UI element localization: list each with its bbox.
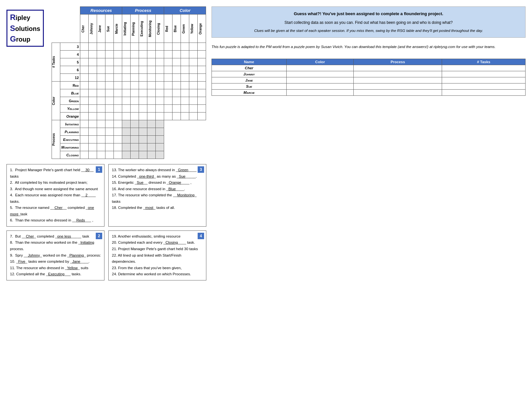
clue-4-6: 24. Determine who worked on which Proces… (112, 271, 203, 278)
clue-box-4: 4 19. Another enthusiastic, smiling reso… (108, 230, 206, 280)
summary-row-jane: Jane (212, 77, 526, 83)
col-planning: Planning (131, 15, 139, 43)
tasks-section-label: # Tasks (52, 43, 60, 82)
summary-name-sue: Sue (212, 83, 287, 90)
clue-4-3: 21. Project Manager Pete's gantt chart h… (112, 246, 203, 252)
row-initiating: Initiating (60, 120, 80, 128)
clue-4-5: 23. From the clues that you've been give… (112, 265, 203, 271)
summary-header-name: Name (212, 59, 287, 65)
table-row: 6 (52, 66, 206, 74)
puzzle-grid: Resources Process Color Cher Johnny Jane… (52, 6, 206, 159)
clue-1-5: 5. The resource named __Cher__ completed… (10, 205, 101, 217)
row-6: 6 (60, 66, 80, 74)
summary-name-cher: Cher (212, 65, 287, 71)
table-row: 12 (52, 74, 206, 82)
col-monitoring: Monitoring (147, 15, 156, 43)
row-green: Green (60, 97, 80, 105)
table-row: Green (52, 97, 206, 105)
table-row: 5 (52, 58, 206, 66)
row-closing: Closing (60, 151, 80, 159)
row-5: 5 (60, 58, 80, 66)
col-orange: Orange (198, 15, 206, 43)
col-closing: Closing (156, 15, 164, 43)
info-box: Guess what?! You've just been assigned t… (212, 6, 526, 38)
col-sue: Sue (105, 15, 114, 43)
clue-4-2: 20. Completed each and every _Closing___… (112, 240, 203, 246)
clue-4-1: 19. Another enthusiastic, smiling resour… (112, 233, 203, 240)
table-row: 4 (52, 51, 206, 58)
table-row: Monitoring (52, 143, 206, 151)
logo-group: roup (16, 36, 30, 43)
clue-badge-4: 4 (198, 233, 204, 239)
summary-name-jane: Jane (212, 77, 287, 83)
summary-header-color: Color (286, 59, 354, 65)
clue-2-2: 8. Than the resource who worked on the _… (10, 240, 101, 252)
clue-4-4: 22. All lined up and linked with Start/F… (112, 252, 203, 265)
clue-box-1: 1 1. Project Manager Pete's gantt chart … (6, 164, 104, 227)
clue-badge-3: 3 (198, 166, 204, 173)
info-para2: Clues will be given at the start of each… (217, 28, 520, 34)
col-blue: Blue (172, 15, 181, 43)
summary-row-cher: Cher (212, 65, 526, 71)
row-orange: Orange (60, 113, 80, 120)
left-section: Ripley Solutions Group Resources Process (6, 6, 206, 280)
col-green: Green (181, 15, 189, 43)
col-executing: Executing (139, 15, 147, 43)
row-executing: Executing (60, 136, 80, 143)
color-section-label: Color (52, 82, 60, 120)
clue-2-5: 11. The resource who dressed in _Yellow_… (10, 265, 101, 271)
process-section-label: Process (52, 120, 60, 159)
table-row: Color Red (52, 82, 206, 89)
logo-box: Ripley Solutions Group (6, 10, 44, 47)
row-red: Red (60, 82, 80, 89)
clue-3-5: 17. The resource who completed the __Mon… (112, 192, 203, 205)
clues-section: 1 1. Project Manager Pete's gantt chart … (6, 164, 206, 280)
clue-2-3: 9. Spry __Johnny_ worked on the _Plannin… (10, 252, 101, 259)
page: Ripley Solutions Group Resources Process (6, 6, 526, 280)
logo-ripley: ipley (15, 14, 30, 21)
col-cher: Cher (80, 15, 89, 43)
summary-row-marcie: Marcie (212, 90, 526, 96)
clue-1-6: 6. Than the resource who dressed in __Re… (10, 217, 101, 224)
col-johnny: Johnny (89, 15, 97, 43)
col-yellow: Yellow (189, 15, 198, 43)
logo-area: Ripley Solutions Group (6, 6, 52, 47)
summary-row-johnny: Johnny (212, 71, 526, 77)
clue-1-3: 3. And though none were assigned the sam… (10, 186, 101, 192)
summary-header-tasks: # Tasks (442, 59, 526, 65)
clue-3-2: 14. Completed _one-third_ as many as _Su… (112, 173, 203, 180)
summary-name-marcie: Marcie (212, 90, 287, 96)
clue-1-4: 4. Each resource was assigned more than … (10, 192, 101, 205)
color-header: Color (164, 7, 206, 15)
clue-3-1: 13. The worker who always dressed in _Gr… (112, 167, 203, 173)
summary-table: Name Color Process # Tasks Cher Johnny (212, 59, 526, 96)
clue-1-1: 1. Project Manager Pete's gantt chart he… (10, 167, 101, 180)
table-row: Yellow (52, 105, 206, 113)
row-monitoring: Monitoring (60, 143, 80, 151)
row-3: 3 (60, 43, 80, 51)
clue-box-3: 3 13. The worker who always dressed in _… (108, 164, 206, 227)
resources-header: Resources (80, 7, 122, 15)
clue-2-1: 7. But __Cher_ completed _one less_____ … (10, 233, 101, 240)
credit-text: This fun puzzle is adapted to the PM wor… (212, 42, 526, 52)
clue-3-3: 15. Energetic _Sue__ dressed in _Orange_… (112, 180, 203, 186)
clue-badge-2: 2 (96, 233, 102, 239)
row-4: 4 (60, 51, 80, 58)
puzzle-grid-container: Resources Process Color Cher Johnny Jane… (52, 6, 206, 159)
summary-row-sue: Sue (212, 83, 526, 90)
table-row: Process Initiating (52, 120, 206, 128)
clue-1-2: 2. All completed by his motivated projec… (10, 180, 101, 186)
row-yellow: Yellow (60, 105, 80, 113)
summary-header-process: Process (354, 59, 442, 65)
table-row: Blue (52, 89, 206, 97)
clue-2-4: 10. _Five_ tasks were completed by _Jane… (10, 259, 101, 265)
col-marcie: Marcie (114, 15, 122, 43)
table-row: Planning (52, 128, 206, 136)
col-jane: Jane (97, 15, 105, 43)
table-row: Orange (52, 113, 206, 120)
table-row: Executing (52, 136, 206, 143)
info-title: Guess what?! You've just been assigned t… (217, 11, 520, 17)
row-planning: Planning (60, 128, 80, 136)
process-header: Process (122, 7, 164, 15)
table-row: # Tasks 3 (52, 43, 206, 51)
